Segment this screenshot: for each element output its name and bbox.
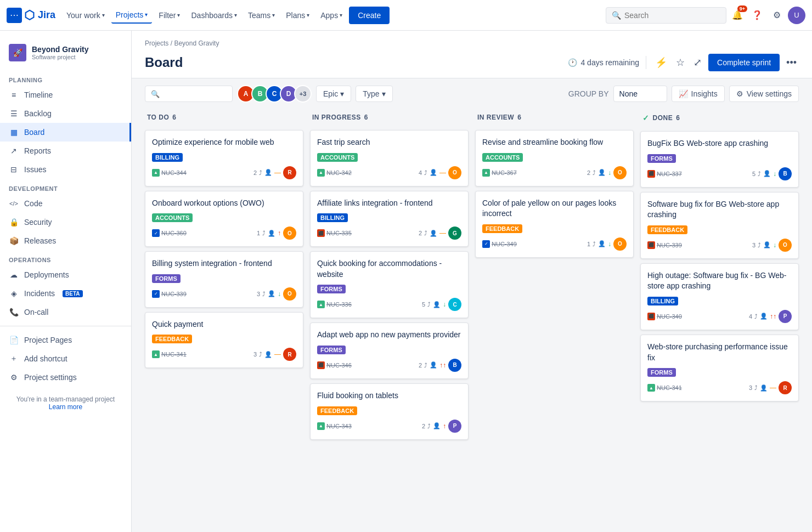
search-input[interactable] (624, 11, 712, 20)
timer-icon: 🕐 (568, 58, 577, 67)
type-filter-button[interactable]: Type ▾ (356, 86, 392, 102)
card-footer: ▲ NUC-344 2 ⤴ 👤 — R (152, 166, 296, 179)
sidebar-item-oncall[interactable]: 📞 On-call (0, 303, 131, 321)
card-assignee-avatar: O (283, 287, 296, 301)
sidebar-item-backlog[interactable]: ☰ Backlog (0, 104, 131, 123)
operations-section-title: OPERATIONS (0, 250, 131, 265)
sidebar-item-timeline[interactable]: ≡ Timeline (0, 86, 131, 104)
column-title: IN REVIEW (477, 114, 514, 121)
apps-menu[interactable]: Apps ▾ (316, 8, 347, 23)
priority-icon: ↓ (608, 240, 611, 248)
avatar-filter-more[interactable]: +3 (294, 85, 312, 103)
board-search-box[interactable]: 🔍 (145, 86, 233, 102)
card-story-points: 2 (253, 169, 257, 176)
card-tag: FORMS (317, 285, 346, 293)
search-icon: 🔍 (151, 90, 160, 98)
search-box[interactable]: 🔍 (606, 7, 726, 24)
sidebar-item-security[interactable]: 🔒 Security (0, 213, 131, 231)
board-card[interactable]: BugFix BG Web-store app crashing FORMS ⬛… (640, 131, 799, 188)
card-id: ▲ NUC-341 (647, 384, 682, 392)
breadcrumb-projects-link[interactable]: Projects (145, 39, 168, 47)
subtasks-icon: 👤 (763, 241, 771, 248)
plans-menu[interactable]: Plans ▾ (281, 8, 314, 23)
insights-button[interactable]: 📈 Insights (672, 86, 725, 102)
board-card[interactable]: Quick payment FEEDBACK ▲ NUC-341 3 ⤴ 👤 —… (145, 312, 303, 369)
card-title: High outage: Software bug fix - BG Web-s… (647, 270, 792, 292)
card-title: Adapt web app no new payments provider (317, 330, 461, 341)
insights-chart-icon: 📈 (679, 89, 688, 98)
subtasks-icon: 👤 (760, 313, 768, 320)
sidebar-item-project-pages[interactable]: 📄 Project Pages (0, 331, 131, 349)
teams-menu[interactable]: Teams ▾ (244, 8, 279, 23)
sidebar-item-deployments[interactable]: ☁ Deployments (0, 265, 131, 284)
board-card[interactable]: Onboard workout options (OWO) ACCOUNTS ✓… (145, 191, 303, 247)
card-id-text: NUC-343 (326, 423, 352, 429)
timeline-icon: ≡ (9, 90, 19, 100)
breadcrumb-project-link[interactable]: Beyond Gravity (174, 39, 219, 47)
board-card[interactable]: High outage: Software bug fix - BG Web-s… (640, 263, 799, 330)
sidebar-item-issues[interactable]: ⊟ Issues (0, 160, 131, 179)
learn-more-link[interactable]: Learn more (49, 403, 82, 411)
notifications-button[interactable]: 🔔 9+ (729, 7, 746, 24)
board-card[interactable]: Affiliate links integration - frontend B… (310, 191, 469, 247)
subtasks-icon: 👤 (433, 422, 441, 429)
column-count: 6 (364, 114, 368, 121)
board-card[interactable]: Software bug fix for BG Web-store app cr… (640, 192, 799, 259)
board-card[interactable]: Color of pale yellow on our pages looks … (475, 191, 634, 258)
add-shortcut-icon: ＋ (9, 354, 19, 364)
card-footer: ▲ NUC-341 3 ⤴ 👤 — R (152, 348, 296, 361)
help-button[interactable]: ❓ (748, 7, 766, 24)
card-id-text: NUC-360 (161, 230, 187, 236)
sidebar-bottom: 📄 Project Pages ＋ Add shortcut ⚙ Project… (0, 326, 131, 387)
projects-menu[interactable]: Projects ▾ (111, 7, 153, 24)
sidebar-item-releases[interactable]: 📦 Releases (0, 231, 131, 250)
sidebar-item-incidents[interactable]: ◈ Incidents BETA (0, 284, 131, 303)
logo-text: Jira (38, 9, 55, 21)
view-settings-button[interactable]: ⚙ View settings (729, 86, 799, 102)
card-meta: 3 ⤴ 👤 ↓ O (685, 239, 792, 252)
board-card[interactable]: Billing system integration - frontend FO… (145, 251, 303, 308)
board-search-input[interactable] (163, 89, 229, 98)
user-avatar[interactable]: U (788, 7, 805, 24)
group-by-select[interactable]: None Assignee Epic (613, 86, 667, 102)
board-card[interactable]: Adapt web app no new payments provider F… (310, 322, 469, 379)
expand-button[interactable]: ⤢ (691, 54, 704, 71)
board-card[interactable]: Fluid booking on tablets FEEDBACK ▲ NUC-… (310, 383, 469, 440)
lightning-button[interactable]: ⚡ (653, 54, 669, 71)
board-card[interactable]: Fast trip search ACCOUNTS ▲ NUC-342 4 ⤴ … (310, 130, 469, 186)
card-story-points: 1 (587, 241, 590, 247)
card-id: ⬛ NUC-346 (317, 361, 352, 369)
star-button[interactable]: ☆ (674, 54, 687, 71)
column-inprogress: IN PROGRESS 6 Fast trip search ACCOUNTS … (310, 109, 469, 444)
card-type-icon: ▲ (317, 422, 325, 430)
board-card[interactable]: Optimize experience for mobile web BILLI… (145, 130, 303, 186)
card-id-text: NUC-337 (657, 171, 682, 177)
board-card[interactable]: Quick booking for accommodations - websi… (310, 251, 469, 318)
settings-button[interactable]: ⚙ (768, 7, 786, 24)
card-assignee-avatar: R (283, 166, 296, 179)
sidebar-item-project-settings[interactable]: ⚙ Project settings (0, 368, 131, 387)
board-card[interactable]: Revise and streamline booking flow ACCOU… (475, 130, 634, 186)
sidebar-item-board[interactable]: ▦ Board (0, 123, 131, 142)
card-story-points: 5 (422, 301, 425, 308)
complete-sprint-button[interactable]: Complete sprint (708, 54, 780, 71)
filter-menu[interactable]: Filter ▾ (154, 8, 184, 23)
card-story-points: 3 (752, 242, 755, 248)
create-button[interactable]: Create (349, 7, 390, 24)
more-options-button[interactable]: ••• (784, 55, 799, 71)
card-title: Optimize experience for mobile web (152, 137, 296, 148)
dashboards-menu[interactable]: Dashboards ▾ (187, 8, 241, 23)
board-card[interactable]: Web-store purchasing performance issue f… (640, 335, 799, 401)
your-work-menu[interactable]: Your work ▾ (62, 8, 109, 23)
sidebar-item-code[interactable]: </> Code (0, 194, 131, 213)
card-id: ▲ NUC-336 (317, 301, 352, 308)
app-grid-icon[interactable]: ⋯ (7, 8, 22, 23)
card-tag: ACCOUNTS (482, 153, 523, 162)
card-assignee-avatar: O (613, 237, 627, 251)
epic-filter-button[interactable]: Epic ▾ (316, 86, 351, 102)
sidebar-item-add-shortcut[interactable]: ＋ Add shortcut (0, 349, 131, 368)
subtasks-icon: 👤 (264, 351, 272, 358)
sidebar-item-reports[interactable]: ↗ Reports (0, 142, 131, 160)
story-points-icon: ⤴ (424, 169, 427, 176)
card-story-points: 1 (257, 230, 260, 236)
